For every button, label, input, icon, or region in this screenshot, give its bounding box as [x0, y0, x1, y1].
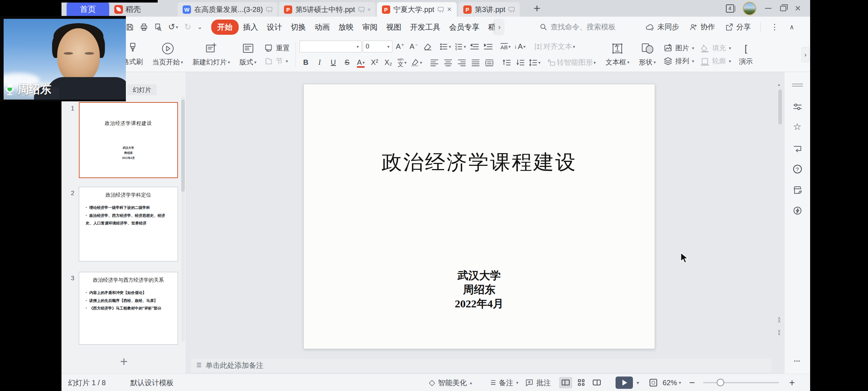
account-avatar[interactable]	[743, 2, 756, 15]
layout-button[interactable]: 版式▾	[236, 37, 260, 72]
smart-beautify-button[interactable]: ◇ 智能美化 ▴	[429, 378, 472, 387]
distribute-button[interactable]	[483, 56, 495, 70]
new-slide-button[interactable]: 新建幻灯片▾	[189, 37, 234, 72]
comments-button[interactable]: 批注	[525, 378, 551, 387]
collaborate-button[interactable]: 协作	[686, 20, 718, 34]
picture-button[interactable]: 图片 ▾	[664, 43, 694, 53]
reading-view-button[interactable]	[590, 377, 603, 388]
reset-button[interactable]: 重置	[264, 43, 290, 53]
text-box-button[interactable]: 文本框▾	[602, 37, 633, 72]
text-direction-button[interactable]: ↓ A ▾	[513, 40, 527, 54]
tab-view[interactable]: 视图	[382, 20, 406, 35]
zoom-slider-knob[interactable]	[717, 379, 724, 386]
decrease-font-button[interactable]: A−	[407, 40, 420, 54]
zoom-slider[interactable]	[703, 382, 779, 383]
next-slide-button[interactable]: ∧ ∧	[778, 330, 781, 336]
sidebar-more-icon[interactable]: •••	[794, 359, 801, 364]
canvas-scrollbar[interactable]: ▴ ∧ ∧ ∧ ∧	[777, 72, 783, 359]
add-slide-button[interactable]: +	[61, 355, 186, 368]
numbering-button[interactable]: ▾	[453, 40, 467, 54]
help-icon[interactable]: ?	[793, 165, 802, 173]
new-tab-button[interactable]: +	[531, 2, 543, 15]
command-search[interactable]	[540, 17, 628, 37]
slide-thumbnail-1[interactable]: 政治经济学课程建设 武汉大学 周绍东 2022年4月	[79, 102, 178, 178]
normal-view-button[interactable]	[559, 377, 572, 388]
space-after-button[interactable]	[514, 56, 527, 70]
justify-button[interactable]	[469, 56, 482, 70]
restore-button[interactable]	[780, 6, 786, 11]
doc-tab-ppt5[interactable]: P 第5讲硕士中特.ppt	[279, 2, 375, 17]
slide-sub-line[interactable]: 周绍东	[304, 282, 655, 297]
line-spacing-button[interactable]: ▾	[528, 56, 541, 70]
zoom-in-button[interactable]: +	[789, 378, 795, 387]
doc-tab-ningxia-active[interactable]: P 宁夏大学.ppt ×	[377, 2, 457, 17]
tab-review[interactable]: 审阅	[358, 20, 382, 35]
share-button[interactable]: 分享	[722, 20, 754, 34]
slide-thumbnail-3[interactable]: 政治经济学与西方经济学的关系 内容上的矛盾和冲突【如价值论】 讲授上的先后顺序【…	[79, 272, 178, 345]
tab-animation[interactable]: 动画	[310, 20, 334, 35]
tab-insert[interactable]: 插入	[239, 20, 263, 35]
sidebar-drag-handle-icon[interactable]	[792, 82, 803, 88]
tab-docer-resources[interactable]: 稻	[484, 20, 496, 35]
slide-thumbnail-2[interactable]: 政治经济学学科定位 理论经济学一级学科下设的二级学科 政治经济学、西方经济学、经…	[79, 187, 178, 261]
strikethrough-button[interactable]: S	[341, 56, 353, 70]
highlight-button[interactable]: ▾	[409, 56, 423, 70]
tab-transitions[interactable]: 切换	[286, 20, 310, 35]
doc-tab-writer[interactable]: W 在高质量发展...(3-28)	[178, 2, 277, 17]
window-switcher-button[interactable]: 4	[726, 4, 734, 13]
clear-format-button[interactable]	[421, 40, 434, 54]
tab-member[interactable]: 会员专享	[445, 20, 484, 35]
font-size-combobox[interactable]: 0 ▾	[363, 41, 392, 52]
redo-icon[interactable]: ↻	[184, 22, 191, 32]
print-icon[interactable]	[140, 23, 148, 31]
font-name-combobox[interactable]: ▾	[299, 41, 362, 52]
panel-scrollbar-thumb[interactable]	[181, 100, 185, 192]
canvas-scrollbar-thumb[interactable]	[778, 89, 782, 125]
notes-button[interactable]: ☰ 备注 ▾	[490, 378, 518, 387]
toolbar-expand-chevron[interactable]: ›	[801, 47, 809, 62]
pinyin-button[interactable]: wén 文 ▾	[396, 56, 408, 70]
to-smartart-button[interactable]: 转智能图形 ▾	[546, 56, 597, 70]
font-color-button[interactable]: A ▾	[354, 56, 367, 70]
slides-view-tab[interactable]: 幻灯片	[127, 84, 157, 95]
slide-title-text[interactable]: 政治经济学课程建设	[304, 149, 655, 176]
play-from-current-button[interactable]: 当页开始▾	[149, 37, 187, 72]
change-case-button[interactable]: AB ▾	[499, 40, 512, 54]
outline-button[interactable]: 轮廓 ▾	[701, 56, 731, 66]
underline-button[interactable]: U	[327, 56, 340, 70]
docer-mall-icon[interactable]	[792, 185, 803, 195]
align-left-button[interactable]	[428, 56, 441, 70]
collapse-ribbon-icon[interactable]: ∧	[787, 23, 797, 31]
slide-sub-line[interactable]: 2022年4月	[304, 297, 655, 311]
home-tab[interactable]: 首页	[67, 2, 109, 17]
decrease-indent-button[interactable]	[468, 40, 481, 54]
space-before-button[interactable]	[500, 56, 513, 70]
scroll-up-icon[interactable]: ▴	[778, 82, 780, 87]
play-options-caret[interactable]: ▾	[637, 380, 639, 386]
bullets-button[interactable]: ▾	[438, 40, 452, 54]
ribbon-overflow-chevron[interactable]: ›	[495, 20, 504, 34]
properties-panel-icon[interactable]	[792, 102, 803, 112]
print-preview-icon[interactable]	[154, 23, 162, 31]
fill-button[interactable]: 填充 ▾	[701, 43, 731, 53]
present-tools-button[interactable]: [ 演示	[735, 37, 754, 72]
align-text-button[interactable]: 对齐文本 ▾	[533, 40, 576, 54]
close-tab-icon[interactable]: ×	[447, 5, 452, 13]
zoom-level-button[interactable]: 62% ▾	[663, 378, 681, 387]
fit-slide-button[interactable]	[650, 379, 657, 386]
arrange-button[interactable]: 排列 ▾	[664, 56, 694, 66]
align-center-button[interactable]	[442, 56, 454, 70]
slideshow-play-button[interactable]	[616, 377, 633, 389]
slide-canvas[interactable]: 政治经济学课程建设 武汉大学 周绍东 2022年4月	[303, 84, 655, 349]
panel-scrollbar[interactable]	[181, 97, 185, 342]
shapes-button[interactable]: 形状▾	[635, 37, 659, 72]
close-window-button[interactable]: ×	[795, 3, 801, 13]
increase-indent-button[interactable]	[482, 40, 494, 54]
subscript-button[interactable]: X₂	[382, 56, 395, 70]
smart-beautify-icon[interactable]: ☆	[793, 121, 801, 133]
increase-font-button[interactable]: A+	[393, 40, 406, 54]
undo-button[interactable]: ↺ ▾	[168, 22, 178, 32]
slide-sorter-view-button[interactable]	[575, 377, 588, 388]
doc-tab-ppt3[interactable]: P 第3讲.ppt	[458, 2, 520, 17]
notes-bar[interactable]: ☰ 单击此处添加备注	[191, 359, 771, 372]
